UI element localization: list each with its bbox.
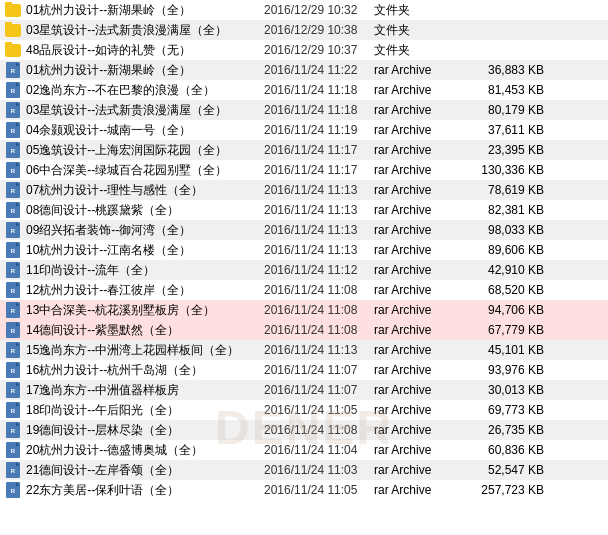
- rar-icon: R: [4, 202, 22, 218]
- file-size: 45,101 KB: [464, 343, 544, 357]
- file-list: 01杭州力设计--新湖果岭（全）2016/12/29 10:32文件夹03星筑设…: [0, 0, 608, 500]
- file-name-col: 01杭州力设计--新湖果岭（全）: [4, 2, 264, 19]
- file-row[interactable]: R10杭州力设计--江南名楼（全）2016/11/24 11:13rar Arc…: [0, 240, 608, 260]
- rar-icon: R: [4, 162, 22, 178]
- file-date: 2016/11/24 11:05: [264, 403, 374, 417]
- file-row[interactable]: R22东方美居--保利叶语（全）2016/11/24 11:05rar Arch…: [0, 480, 608, 500]
- file-row[interactable]: R06中合深美--绿城百合花园别墅（全）2016/11/24 11:17rar …: [0, 160, 608, 180]
- rar-icon: R: [4, 122, 22, 138]
- file-row[interactable]: R18印尚设计--午后阳光（全）2016/11/24 11:05rar Arch…: [0, 400, 608, 420]
- file-row[interactable]: R08德间设计--桃蹊黛紫（全）2016/11/24 11:13rar Arch…: [0, 200, 608, 220]
- file-type: rar Archive: [374, 443, 464, 457]
- file-row[interactable]: R01杭州力设计--新湖果岭（全）2016/11/24 11:22rar Arc…: [0, 60, 608, 80]
- file-row[interactable]: 48品辰设计--如诗的礼赞（无）2016/12/29 10:37文件夹: [0, 40, 608, 60]
- file-type: rar Archive: [374, 403, 464, 417]
- folder-icon: [4, 2, 22, 18]
- file-size: 26,735 KB: [464, 423, 544, 437]
- rar-icon: R: [4, 242, 22, 258]
- file-name-col: R22东方美居--保利叶语（全）: [4, 482, 264, 499]
- file-size: 89,606 KB: [464, 243, 544, 257]
- file-name: 09绍兴拓者装饰--御河湾（全）: [26, 222, 191, 239]
- file-name: 12杭州力设计--春江彼岸（全）: [26, 282, 191, 299]
- file-type: rar Archive: [374, 423, 464, 437]
- file-size: 94,706 KB: [464, 303, 544, 317]
- folder-icon: [4, 22, 22, 38]
- file-date: 2016/11/24 11:17: [264, 143, 374, 157]
- file-size: 69,773 KB: [464, 403, 544, 417]
- file-name: 07杭州力设计--理性与感性（全）: [26, 182, 203, 199]
- file-row[interactable]: R03星筑设计--法式新贵浪漫满屋（全）2016/11/24 11:18rar …: [0, 100, 608, 120]
- file-row[interactable]: R11印尚设计--流年（全）2016/11/24 11:12rar Archiv…: [0, 260, 608, 280]
- file-name-col: R13中合深美--杭花溪别墅板房（全）: [4, 302, 264, 319]
- file-name-col: R20杭州力设计--德盛博奥城（全）: [4, 442, 264, 459]
- file-type: rar Archive: [374, 183, 464, 197]
- file-row[interactable]: R21德间设计--左岸香颂（全）2016/11/24 11:03rar Arch…: [0, 460, 608, 480]
- file-type: rar Archive: [374, 383, 464, 397]
- file-type: rar Archive: [374, 143, 464, 157]
- rar-icon: R: [4, 342, 22, 358]
- file-name-col: R02逸尚东方--不在巴黎的浪漫（全）: [4, 82, 264, 99]
- file-row[interactable]: 01杭州力设计--新湖果岭（全）2016/12/29 10:32文件夹: [0, 0, 608, 20]
- file-type: rar Archive: [374, 83, 464, 97]
- file-type: rar Archive: [374, 283, 464, 297]
- file-type: rar Archive: [374, 203, 464, 217]
- rar-icon: R: [4, 82, 22, 98]
- file-name: 16杭州力设计--杭州千岛湖（全）: [26, 362, 203, 379]
- file-date: 2016/11/24 11:22: [264, 63, 374, 77]
- file-name-col: R08德间设计--桃蹊黛紫（全）: [4, 202, 264, 219]
- file-name: 11印尚设计--流年（全）: [26, 262, 155, 279]
- file-name: 02逸尚东方--不在巴黎的浪漫（全）: [26, 82, 215, 99]
- file-size: 98,033 KB: [464, 223, 544, 237]
- file-type: 文件夹: [374, 2, 464, 19]
- file-name: 01杭州力设计--新湖果岭（全）: [26, 62, 191, 79]
- file-row[interactable]: R20杭州力设计--德盛博奥城（全）2016/11/24 11:04rar Ar…: [0, 440, 608, 460]
- file-row[interactable]: R14德间设计--紫墨默然（全）2016/11/24 11:08rar Arch…: [0, 320, 608, 340]
- file-name-col: R16杭州力设计--杭州千岛湖（全）: [4, 362, 264, 379]
- rar-icon: R: [4, 442, 22, 458]
- file-row[interactable]: 03星筑设计--法式新贵浪漫满屋（全）2016/12/29 10:38文件夹: [0, 20, 608, 40]
- file-date: 2016/11/24 11:13: [264, 203, 374, 217]
- file-name-col: R19德间设计--层林尽染（全）: [4, 422, 264, 439]
- file-row[interactable]: R05逸筑设计--上海宏润国际花园（全）2016/11/24 11:17rar …: [0, 140, 608, 160]
- file-name: 21德间设计--左岸香颂（全）: [26, 462, 179, 479]
- file-size: 82,381 KB: [464, 203, 544, 217]
- rar-icon: R: [4, 142, 22, 158]
- file-row[interactable]: R07杭州力设计--理性与感性（全）2016/11/24 11:13rar Ar…: [0, 180, 608, 200]
- file-name: 03星筑设计--法式新贵浪漫满屋（全）: [26, 22, 227, 39]
- file-row[interactable]: R12杭州力设计--春江彼岸（全）2016/11/24 11:08rar Arc…: [0, 280, 608, 300]
- file-name-col: R17逸尚东方--中洲值器样板房: [4, 382, 264, 399]
- file-name-col: R21德间设计--左岸香颂（全）: [4, 462, 264, 479]
- file-date: 2016/11/24 11:13: [264, 183, 374, 197]
- file-date: 2016/12/29 10:37: [264, 43, 374, 57]
- file-row[interactable]: R19德间设计--层林尽染（全）2016/11/24 11:08rar Arch…: [0, 420, 608, 440]
- file-row[interactable]: R04余颢观设计--城南一号（全）2016/11/24 11:19rar Arc…: [0, 120, 608, 140]
- file-row[interactable]: R15逸尚东方--中洲湾上花园样板间（全）2016/11/24 11:13rar…: [0, 340, 608, 360]
- file-row[interactable]: R17逸尚东方--中洲值器样板房2016/11/24 11:07rar Arch…: [0, 380, 608, 400]
- file-name-col: R18印尚设计--午后阳光（全）: [4, 402, 264, 419]
- rar-icon: R: [4, 462, 22, 478]
- file-row[interactable]: R09绍兴拓者装饰--御河湾（全）2016/11/24 11:13rar Arc…: [0, 220, 608, 240]
- file-type: rar Archive: [374, 163, 464, 177]
- file-name: 17逸尚东方--中洲值器样板房: [26, 382, 179, 399]
- file-row[interactable]: R13中合深美--杭花溪别墅板房（全）2016/11/24 11:08rar A…: [0, 300, 608, 320]
- file-date: 2016/11/24 11:17: [264, 163, 374, 177]
- rar-icon: R: [4, 422, 22, 438]
- file-size: 130,336 KB: [464, 163, 544, 177]
- file-date: 2016/11/24 11:07: [264, 383, 374, 397]
- file-type: rar Archive: [374, 243, 464, 257]
- file-name: 48品辰设计--如诗的礼赞（无）: [26, 42, 191, 59]
- file-size: 257,723 KB: [464, 483, 544, 497]
- file-size: 30,013 KB: [464, 383, 544, 397]
- rar-icon: R: [4, 482, 22, 498]
- file-name-col: R09绍兴拓者装饰--御河湾（全）: [4, 222, 264, 239]
- file-type: rar Archive: [374, 103, 464, 117]
- file-date: 2016/11/24 11:08: [264, 283, 374, 297]
- file-size: 67,779 KB: [464, 323, 544, 337]
- rar-icon: R: [4, 262, 22, 278]
- file-name-col: R11印尚设计--流年（全）: [4, 262, 264, 279]
- file-row[interactable]: R16杭州力设计--杭州千岛湖（全）2016/11/24 11:07rar Ar…: [0, 360, 608, 380]
- file-date: 2016/11/24 11:08: [264, 423, 374, 437]
- file-name: 22东方美居--保利叶语（全）: [26, 482, 179, 499]
- file-row[interactable]: R02逸尚东方--不在巴黎的浪漫（全）2016/11/24 11:18rar A…: [0, 80, 608, 100]
- file-name: 03星筑设计--法式新贵浪漫满屋（全）: [26, 102, 227, 119]
